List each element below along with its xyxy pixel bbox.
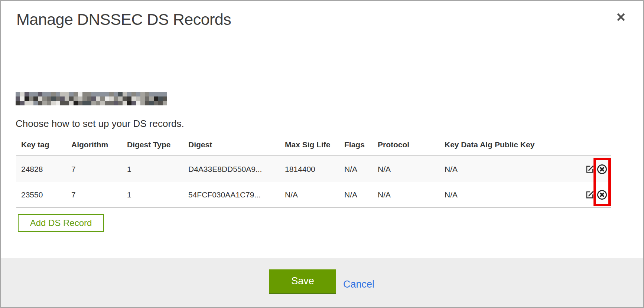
edit-pencil-icon — [585, 195, 595, 201]
edit-record-button[interactable] — [585, 190, 595, 200]
column-header-digest-type: Digest Type — [127, 134, 188, 156]
edit-record-button[interactable] — [585, 164, 595, 174]
table-header-row: Key tag Algorithm Digest Type Digest Max… — [16, 134, 611, 156]
manage-dnssec-dialog: Manage DNSSEC DS Records Choose how to s… — [0, 0, 644, 308]
cell-digest: 54FCF030AA1C79... — [188, 182, 285, 208]
cell-key-data-alg: N/A — [445, 182, 495, 208]
dialog-footer: Save Cancel — [1, 258, 643, 307]
ds-records-table: Key tag Algorithm Digest Type Digest Max… — [16, 134, 611, 208]
cell-public-key — [495, 182, 569, 208]
column-header-digest: Digest — [188, 134, 285, 156]
circle-x-icon — [596, 170, 608, 176]
save-button[interactable]: Save — [269, 269, 336, 294]
add-ds-record-button[interactable]: Add DS Record — [18, 214, 104, 232]
column-header-max-sig-life: Max Sig Life — [285, 134, 344, 156]
cell-public-key — [495, 156, 569, 182]
close-icon — [616, 18, 626, 23]
table-row: 235507154FCF030AA1C79...N/AN/AN/AN/A — [16, 182, 611, 208]
cell-max-sig-life: N/A — [285, 182, 344, 208]
column-header-flags: Flags — [344, 134, 378, 156]
column-header-algorithm: Algorithm — [71, 134, 127, 156]
cell-max-sig-life: 1814400 — [285, 156, 344, 182]
delete-record-button[interactable] — [596, 164, 608, 175]
circle-x-icon — [596, 196, 608, 201]
cell-protocol: N/A — [378, 182, 445, 208]
row-actions — [569, 156, 611, 182]
close-button[interactable] — [614, 10, 628, 24]
column-header-actions — [569, 134, 611, 156]
delete-record-button[interactable] — [596, 189, 608, 200]
row-actions — [569, 182, 611, 208]
cell-algorithm: 7 — [71, 156, 127, 182]
column-header-key-tag: Key tag — [16, 134, 71, 156]
column-header-key-data-alg: Key Data Alg — [445, 134, 495, 156]
cell-algorithm: 7 — [71, 182, 127, 208]
table-row: 2482871D4A33E8DD550A9...1814400N/AN/AN/A — [16, 156, 611, 182]
cell-key-tag: 23550 — [16, 182, 71, 208]
cell-protocol: N/A — [378, 156, 445, 182]
instruction-text: Choose how to set up your DS records. — [16, 118, 184, 130]
cell-digest-type: 1 — [127, 156, 188, 182]
cell-flags: N/A — [344, 182, 378, 208]
cell-digest-type: 1 — [127, 182, 188, 208]
column-header-public-key: Public Key — [495, 134, 569, 156]
redacted-domain-name — [16, 92, 167, 105]
cancel-link[interactable]: Cancel — [343, 279, 374, 290]
cell-digest: D4A33E8DD550A9... — [188, 156, 285, 182]
cell-key-tag: 24828 — [16, 156, 71, 182]
cell-flags: N/A — [344, 156, 378, 182]
column-header-protocol: Protocol — [378, 134, 445, 156]
cell-key-data-alg: N/A — [445, 156, 495, 182]
page-title: Manage DNSSEC DS Records — [16, 10, 231, 29]
edit-pencil-icon — [585, 170, 595, 175]
